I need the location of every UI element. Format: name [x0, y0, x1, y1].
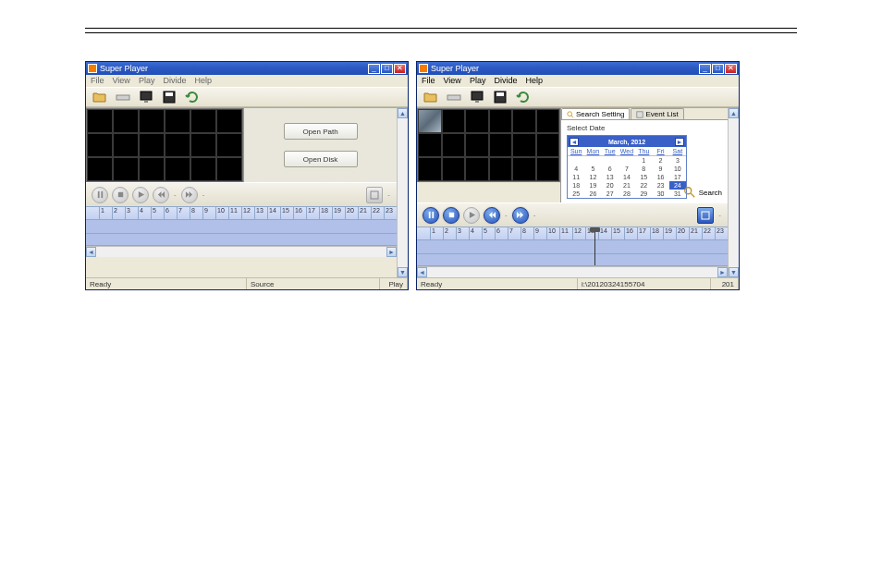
calendar-day[interactable]: 17: [669, 173, 686, 181]
calendar-day[interactable]: 21: [619, 181, 635, 190]
grid-cell[interactable]: [190, 109, 216, 133]
calendar-day[interactable]: 16: [652, 173, 668, 181]
minimize-button[interactable]: _: [368, 64, 380, 74]
calendar-day[interactable]: 20: [602, 181, 619, 190]
vertical-scrollbar[interactable]: ▲ ▼: [728, 108, 739, 277]
open-folder-icon[interactable]: [422, 89, 440, 105]
calendar-day[interactable]: 30: [652, 190, 668, 198]
calendar-day[interactable]: 7: [619, 165, 635, 173]
pause-button[interactable]: [423, 207, 439, 224]
timeline[interactable]: 1234567891011121314151617181920212223 ◄ …: [417, 227, 728, 277]
tab-event-list[interactable]: Event List: [631, 108, 683, 119]
grid-cell[interactable]: [465, 133, 489, 157]
layout-button[interactable]: [697, 207, 714, 224]
calendar-day[interactable]: 14: [619, 173, 635, 181]
grid-cell[interactable]: [113, 157, 139, 181]
grid-cell[interactable]: [512, 133, 536, 157]
prev-month-button[interactable]: ◄: [570, 138, 579, 146]
calendar-day[interactable]: 13: [602, 173, 619, 181]
monitor-icon[interactable]: [468, 89, 486, 105]
menu-play[interactable]: Play: [470, 76, 486, 86]
grid-cell[interactable]: [536, 109, 560, 133]
calendar-day[interactable]: 15: [635, 173, 652, 181]
play-button[interactable]: [463, 207, 480, 224]
menu-help[interactable]: Help: [525, 76, 543, 86]
timeline-tracks[interactable]: [417, 240, 728, 266]
minimize-button[interactable]: _: [699, 64, 711, 74]
maximize-button[interactable]: □: [381, 64, 393, 74]
scroll-down-icon[interactable]: ▼: [398, 267, 408, 277]
video-thumbnail[interactable]: [419, 110, 441, 132]
grid-cell[interactable]: [165, 157, 190, 181]
menu-file[interactable]: File: [422, 76, 435, 86]
monitor-icon[interactable]: [137, 89, 155, 105]
menu-divide[interactable]: Divide: [163, 76, 186, 86]
play-button[interactable]: [132, 187, 149, 203]
grid-cell[interactable]: [216, 133, 242, 157]
grid-cell[interactable]: [216, 157, 242, 181]
grid-cell[interactable]: [87, 133, 113, 157]
open-disk-button[interactable]: Open Disk: [284, 151, 358, 167]
vertical-scrollbar[interactable]: ▲ ▼: [397, 108, 408, 277]
calendar-day[interactable]: 29: [635, 190, 652, 198]
calendar-day[interactable]: 11: [568, 173, 584, 181]
calendar-day[interactable]: 27: [602, 190, 619, 198]
scroll-down-icon[interactable]: ▼: [729, 267, 739, 277]
grid-cell[interactable]: [165, 133, 190, 157]
grid-cell[interactable]: [489, 157, 513, 181]
grid-cell[interactable]: [536, 157, 560, 181]
grid-cell[interactable]: [113, 133, 139, 157]
refresh-icon[interactable]: [514, 89, 533, 105]
grid-cell[interactable]: [489, 109, 513, 133]
grid-cell[interactable]: [489, 133, 513, 157]
video-grid[interactable]: [417, 108, 560, 182]
close-button[interactable]: ✕: [725, 64, 737, 74]
grid-cell[interactable]: [512, 109, 536, 133]
calendar-grid[interactable]: SunMonTueWedThuFriSat1234567891011121314…: [568, 147, 686, 198]
grid-cell[interactable]: [113, 109, 139, 133]
calendar-day[interactable]: 25: [568, 190, 584, 198]
grid-cell[interactable]: [442, 157, 466, 181]
grid-cell[interactable]: [87, 109, 113, 133]
calendar-day[interactable]: 2: [652, 156, 668, 165]
timeline-ruler[interactable]: 1234567891011121314151617181920212223: [86, 207, 397, 220]
calendar-day[interactable]: 28: [619, 190, 635, 198]
scroll-right-icon[interactable]: ►: [386, 247, 397, 257]
open-folder-icon[interactable]: [91, 89, 109, 105]
grid-cell[interactable]: [216, 109, 242, 133]
calendar-day[interactable]: 3: [669, 156, 686, 165]
grid-cell[interactable]: [165, 109, 190, 133]
video-grid[interactable]: [86, 108, 243, 182]
playhead[interactable]: [594, 227, 595, 265]
grid-cell[interactable]: [418, 109, 442, 133]
search-action[interactable]: Search: [683, 186, 722, 199]
rewind-button[interactable]: [153, 187, 169, 203]
maximize-button[interactable]: □: [712, 64, 724, 74]
calendar-day[interactable]: 12: [584, 173, 601, 181]
close-button[interactable]: ✕: [394, 64, 406, 74]
calendar-day[interactable]: 4: [568, 165, 584, 173]
calendar-day[interactable]: 10: [669, 165, 686, 173]
grid-cell[interactable]: [512, 157, 536, 181]
grid-cell[interactable]: [536, 133, 560, 157]
menu-view[interactable]: View: [444, 76, 461, 86]
grid-cell[interactable]: [139, 109, 165, 133]
next-month-button[interactable]: ►: [675, 138, 684, 146]
save-icon[interactable]: [160, 89, 178, 105]
horizontal-scrollbar[interactable]: ◄ ►: [417, 266, 728, 277]
rewind-button[interactable]: [484, 207, 500, 224]
grid-cell[interactable]: [190, 157, 216, 181]
grid-cell[interactable]: [139, 157, 165, 181]
grid-cell[interactable]: [465, 157, 489, 181]
grid-cell[interactable]: [418, 133, 442, 157]
layout-button[interactable]: [366, 187, 383, 203]
drive-icon[interactable]: [114, 89, 132, 105]
scroll-left-icon[interactable]: ◄: [86, 247, 96, 257]
drive-icon[interactable]: [445, 89, 463, 105]
menu-view[interactable]: View: [113, 76, 130, 86]
scroll-up-icon[interactable]: ▲: [398, 108, 408, 118]
menu-divide[interactable]: Divide: [494, 76, 517, 86]
calendar-day[interactable]: 6: [602, 165, 619, 173]
grid-cell[interactable]: [190, 133, 216, 157]
calendar[interactable]: ◄ March, 2012 ► SunMonTueWedThuFriSat123…: [567, 135, 687, 199]
